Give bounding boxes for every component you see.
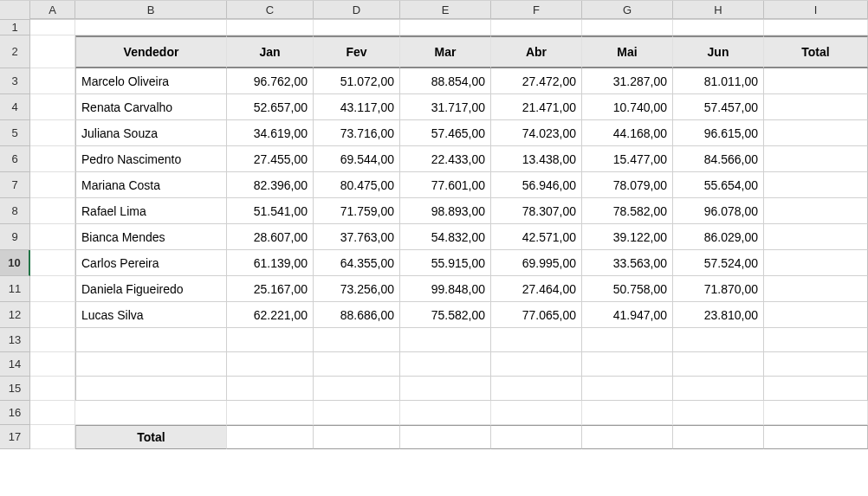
table-row-total[interactable]: [764, 146, 868, 172]
cell-A14[interactable]: [30, 352, 75, 377]
table-row-mar[interactable]: 31.717,00: [400, 94, 491, 120]
table-row-mai[interactable]: 78.079,00: [582, 172, 673, 198]
table-row-fev[interactable]: 88.686,00: [314, 302, 400, 328]
total-mai[interactable]: [582, 425, 673, 449]
cell-F15[interactable]: [491, 377, 582, 401]
cell-D16[interactable]: [314, 401, 400, 425]
table-row-jun[interactable]: 71.870,00: [673, 276, 764, 302]
cell-A6[interactable]: [30, 146, 75, 172]
cell-A10[interactable]: [30, 250, 75, 276]
table-row-abr[interactable]: 56.946,00: [491, 172, 582, 198]
total-abr[interactable]: [491, 425, 582, 449]
table-row-jan[interactable]: 28.607,00: [227, 224, 314, 250]
table-row-mar[interactable]: 55.915,00: [400, 250, 491, 276]
cell-A5[interactable]: [30, 120, 75, 146]
table-row-total[interactable]: [764, 94, 868, 120]
table-row-fev[interactable]: 37.763,00: [314, 224, 400, 250]
cell-G14[interactable]: [582, 352, 673, 377]
table-row-total[interactable]: [764, 68, 868, 94]
table-row-jun[interactable]: 57.457,00: [673, 94, 764, 120]
cell-D15[interactable]: [314, 377, 400, 401]
cell-E13[interactable]: [400, 328, 491, 352]
cell-I14[interactable]: [764, 352, 868, 377]
row-header-14[interactable]: 14: [0, 352, 30, 377]
cell-F13[interactable]: [491, 328, 582, 352]
table-row-jan[interactable]: 51.541,00: [227, 198, 314, 224]
cell-H15[interactable]: [673, 377, 764, 401]
table-row-jun[interactable]: 96.615,00: [673, 120, 764, 146]
cell-D1[interactable]: [314, 20, 400, 35]
cell-E1[interactable]: [400, 20, 491, 35]
table-row-mai[interactable]: 31.287,00: [582, 68, 673, 94]
cell-F14[interactable]: [491, 352, 582, 377]
table-row-abr[interactable]: 69.995,00: [491, 250, 582, 276]
table-row-total[interactable]: [764, 198, 868, 224]
table-row-mai[interactable]: 50.758,00: [582, 276, 673, 302]
table-row-fev[interactable]: 73.256,00: [314, 276, 400, 302]
table-row-mai[interactable]: 41.947,00: [582, 302, 673, 328]
cell-A11[interactable]: [30, 276, 75, 302]
cell-G16[interactable]: [582, 401, 673, 425]
table-row-jan[interactable]: 27.455,00: [227, 146, 314, 172]
table-row-jun[interactable]: 23.810,00: [673, 302, 764, 328]
table-row-jan[interactable]: 61.139,00: [227, 250, 314, 276]
header-fev[interactable]: Fev: [314, 35, 400, 68]
row-header-15[interactable]: 15: [0, 377, 30, 401]
cell-A3[interactable]: [30, 68, 75, 94]
table-row-mai[interactable]: 78.582,00: [582, 198, 673, 224]
table-row-jun[interactable]: 96.078,00: [673, 198, 764, 224]
cell-A7[interactable]: [30, 172, 75, 198]
cell-A16[interactable]: [30, 401, 75, 425]
total-jan[interactable]: [227, 425, 314, 449]
col-header-H[interactable]: H: [673, 1, 764, 19]
cell-A12[interactable]: [30, 302, 75, 328]
header-jan[interactable]: Jan: [227, 35, 314, 68]
table-row-name[interactable]: Rafael Lima: [75, 198, 227, 224]
table-row-mai[interactable]: 44.168,00: [582, 120, 673, 146]
table-row-total[interactable]: [764, 224, 868, 250]
row-header-3[interactable]: 3: [0, 68, 30, 94]
cell-H1[interactable]: [673, 20, 764, 35]
cell-B13[interactable]: [75, 328, 227, 352]
cell-A1[interactable]: [30, 20, 75, 35]
cell-C13[interactable]: [227, 328, 314, 352]
col-header-D[interactable]: D: [314, 1, 400, 19]
table-row-jan[interactable]: 96.762,00: [227, 68, 314, 94]
cell-B16[interactable]: [75, 401, 227, 425]
table-row-total[interactable]: [764, 276, 868, 302]
col-header-F[interactable]: F: [491, 1, 582, 19]
row-header-2[interactable]: 2: [0, 35, 30, 68]
total-total[interactable]: [764, 425, 868, 449]
table-row-total[interactable]: [764, 250, 868, 276]
table-row-jun[interactable]: 84.566,00: [673, 146, 764, 172]
table-row-abr[interactable]: 78.307,00: [491, 198, 582, 224]
table-row-name[interactable]: Renata Carvalho: [75, 94, 227, 120]
table-row-total[interactable]: [764, 172, 868, 198]
col-header-C[interactable]: C: [227, 1, 314, 19]
table-row-fev[interactable]: 51.072,00: [314, 68, 400, 94]
cell-A15[interactable]: [30, 377, 75, 401]
cell-D13[interactable]: [314, 328, 400, 352]
row-header-8[interactable]: 8: [0, 198, 30, 224]
row-header-12[interactable]: 12: [0, 302, 30, 328]
table-row-mar[interactable]: 98.893,00: [400, 198, 491, 224]
row-header-1[interactable]: 1: [0, 20, 30, 35]
col-header-B[interactable]: B: [75, 1, 227, 19]
table-row-jan[interactable]: 52.657,00: [227, 94, 314, 120]
table-row-jun[interactable]: 86.029,00: [673, 224, 764, 250]
cell-I15[interactable]: [764, 377, 868, 401]
cell-A17[interactable]: [30, 425, 75, 449]
row-header-9[interactable]: 9: [0, 224, 30, 250]
table-row-abr[interactable]: 27.472,00: [491, 68, 582, 94]
table-row-fev[interactable]: 80.475,00: [314, 172, 400, 198]
cell-A2[interactable]: [30, 35, 75, 68]
table-row-jun[interactable]: 57.524,00: [673, 250, 764, 276]
table-row-jan[interactable]: 62.221,00: [227, 302, 314, 328]
table-row-name[interactable]: Mariana Costa: [75, 172, 227, 198]
table-row-abr[interactable]: 74.023,00: [491, 120, 582, 146]
table-row-fev[interactable]: 43.117,00: [314, 94, 400, 120]
cell-C14[interactable]: [227, 352, 314, 377]
row-header-11[interactable]: 11: [0, 276, 30, 302]
header-total[interactable]: Total: [764, 35, 868, 68]
cell-F16[interactable]: [491, 401, 582, 425]
